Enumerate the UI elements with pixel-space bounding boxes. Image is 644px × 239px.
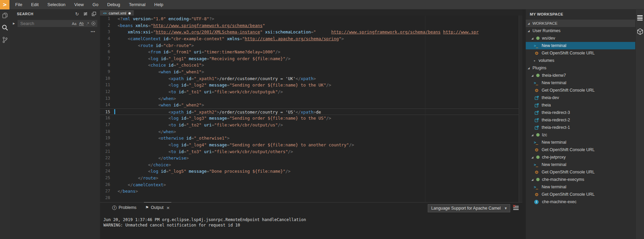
line-number: 17 bbox=[100, 122, 114, 128]
tree-item-get-openshift-console-url[interactable]: ⚙Get OpenShift Console URL bbox=[526, 168, 635, 176]
clear-output-icon[interactable]: × bbox=[513, 206, 519, 211]
whole-word-icon[interactable]: Ab bbox=[79, 21, 83, 26]
code-line-4[interactable]: 4 <camelContext id="cbr-example-context"… bbox=[100, 35, 522, 42]
refresh-icon[interactable]: ↻ bbox=[74, 11, 80, 17]
code-line-21[interactable]: 21 <to id="_to3" uri="file:work/cbr/outp… bbox=[100, 148, 522, 155]
menu-file[interactable]: File bbox=[11, 2, 27, 7]
code-line-17[interactable]: 17 <to id="_to2" uri="file:work/cbr/outp… bbox=[100, 122, 522, 128]
tree-item-lzc[interactable]: ◢lzc bbox=[526, 131, 635, 139]
tree-item-theia-redirect-2[interactable]: theia-redirect-2 bbox=[526, 116, 635, 124]
code-line-14[interactable]: 14 <when id="_when2"> bbox=[100, 102, 522, 109]
tree-item-theia-idenw7[interactable]: ◢theia-idenw7 bbox=[526, 72, 635, 79]
regex-icon[interactable]: .* bbox=[86, 22, 89, 26]
code-line-23[interactable]: 23 </choice> bbox=[100, 162, 522, 168]
tree-item-new-terminal[interactable]: >_New terminal bbox=[526, 183, 635, 191]
code-text: <when id="_when2"> bbox=[116, 102, 204, 109]
code-line-9[interactable]: 9 <when id="_when1"> bbox=[100, 69, 522, 75]
menu-edit[interactable]: Edit bbox=[27, 2, 43, 7]
code-editor[interactable]: 1<?xml version="1.0" encoding="UTF-8"?>2… bbox=[100, 16, 522, 202]
code-line-20[interactable]: 20 <log id="_log4" message="Sending orde… bbox=[100, 142, 522, 148]
chevron-expanded-icon[interactable]: ◢ bbox=[531, 37, 534, 40]
menu-terminal[interactable]: Terminal bbox=[124, 2, 150, 7]
code-line-7[interactable]: 7 <log id="_log1" message="Receiving ord… bbox=[100, 55, 522, 62]
tree-item-new-terminal[interactable]: >_New terminal bbox=[526, 79, 635, 87]
chevron-expanded-icon[interactable]: ◢ bbox=[531, 156, 534, 159]
plugins-cube-icon[interactable] bbox=[636, 26, 644, 37]
code-line-15[interactable]: 15 <xpath id="_xpath2">/order/customer/c… bbox=[100, 109, 522, 115]
code-line-6[interactable]: 6 <from id="_from1" uri="timer:timerName… bbox=[100, 49, 522, 55]
code-line-27[interactable]: 27</beans> bbox=[100, 188, 522, 195]
code-line-25[interactable]: 25 </route> bbox=[100, 175, 522, 182]
workspace-list-icon[interactable] bbox=[636, 13, 644, 23]
eye-icon[interactable] bbox=[92, 22, 95, 25]
tree-item-theia-redirect-3[interactable]: theia-redirect-3 bbox=[526, 109, 635, 116]
code-line-24[interactable]: 24 <log id="_log5" message="Done process… bbox=[100, 168, 522, 175]
code-line-22[interactable]: 22 </otherwise> bbox=[100, 155, 522, 162]
search-icon[interactable] bbox=[0, 22, 10, 34]
code-line-2[interactable]: 2<beans xmlns="http://www.springframewor… bbox=[100, 22, 522, 29]
tree-item-plugins[interactable]: ◢Plugins bbox=[526, 64, 635, 72]
chevron-expanded-icon[interactable]: ◢ bbox=[527, 22, 530, 25]
code-line-18[interactable]: 18 </when> bbox=[100, 128, 522, 135]
chevron-expanded-icon[interactable]: ◢ bbox=[531, 178, 534, 181]
code-line-11[interactable]: 11 <log id="_log2" message="Sending orde… bbox=[100, 82, 522, 89]
tree-item-get-openshift-console-url[interactable]: ⚙Get OpenShift Console URL bbox=[526, 146, 635, 153]
code-line-3[interactable]: 3 xmlns:xsi="http://www.w3.org/2001/XMLS… bbox=[100, 29, 522, 35]
tree-item-user-runtimes[interactable]: ◢User Runtimes bbox=[526, 27, 635, 34]
tree-item-che-machine-exec[interactable]: iche-machine-exec bbox=[526, 198, 635, 206]
tree-item-theia-redirect-1[interactable]: theia-redirect-1 bbox=[526, 124, 635, 131]
gutter bbox=[114, 155, 116, 162]
search-input[interactable]: Search Aa Ab .* bbox=[18, 20, 97, 27]
code-line-19[interactable]: 19 <otherwise id="_otherwise1"> bbox=[100, 135, 522, 142]
tree-item-new-terminal[interactable]: >_New terminal bbox=[526, 161, 635, 168]
panel-tab-output[interactable]: ⚑Output× bbox=[145, 202, 170, 213]
menu-debug[interactable]: Debug bbox=[103, 2, 124, 7]
line-number: 28 bbox=[100, 195, 114, 201]
running-status-dot bbox=[536, 37, 540, 40]
tree-item-new-terminal[interactable]: >_New terminal bbox=[526, 139, 635, 146]
code-line-16[interactable]: 16 <log id="_log3" message="Sending orde… bbox=[100, 115, 522, 122]
expand-replace-icon[interactable]: ▶ bbox=[10, 22, 18, 25]
close-icon[interactable]: × bbox=[166, 205, 170, 210]
tree-item-workspace[interactable]: ◢WORKSPACE bbox=[526, 20, 635, 27]
menu-view[interactable]: View bbox=[70, 2, 88, 7]
collapse-all-icon[interactable] bbox=[91, 11, 97, 17]
tree-item-che-jwtproxy[interactable]: ◢che-jwtproxy bbox=[526, 153, 635, 161]
tree-item-new-terminal[interactable]: >_New terminal bbox=[526, 42, 635, 49]
line-number: 8 bbox=[100, 62, 114, 69]
chevron-expanded-icon[interactable]: ◢ bbox=[531, 74, 534, 77]
code-text: </otherwise> bbox=[116, 155, 189, 162]
tree-item-get-openshift-console-url[interactable]: ⚙Get OpenShift Console URL bbox=[526, 49, 635, 57]
tree-item-get-openshift-console-url[interactable]: ⚙Get OpenShift Console URL bbox=[526, 191, 635, 198]
panel-tab-problems[interactable]: !Problems bbox=[112, 202, 137, 213]
code-line-26[interactable]: 26 </camelContext> bbox=[100, 182, 522, 188]
code-line-5[interactable]: 5 <route id="cbr-route"> bbox=[100, 42, 522, 49]
tree-item-ws-dev[interactable]: ◢ws/dev bbox=[526, 34, 635, 42]
code-line-10[interactable]: 10 <xpath id="_xpath1">/order/customer/c… bbox=[100, 75, 522, 82]
code-line-13[interactable]: 13 </when> bbox=[100, 95, 522, 102]
chevron-right-icon[interactable]: ▸ bbox=[533, 59, 536, 62]
code-line-12[interactable]: 12 <to id="_to1" uri="file:work/cbr/outp… bbox=[100, 89, 522, 95]
tree-item-che-machine-execyms[interactable]: ◢che-machine-execyms bbox=[526, 176, 635, 183]
tree-item-theia-dev[interactable]: theia-dev bbox=[526, 94, 635, 101]
code-line-1[interactable]: 1<?xml version="1.0" encoding="UTF-8"?> bbox=[100, 16, 522, 22]
chevron-expanded-icon[interactable]: ◢ bbox=[527, 29, 530, 32]
explorer-icon[interactable] bbox=[0, 9, 10, 22]
editor-scrollbar[interactable] bbox=[519, 16, 522, 202]
source-control-icon[interactable] bbox=[0, 34, 10, 46]
search-details-ellipsis[interactable]: ••• bbox=[91, 30, 95, 33]
code-line-8[interactable]: 8 <choice id="_choice1"> bbox=[100, 62, 522, 69]
menu-selection[interactable]: Selection bbox=[43, 2, 70, 7]
menu-go[interactable]: Go bbox=[88, 2, 103, 7]
menu-help[interactable]: Help bbox=[150, 2, 168, 7]
match-case-icon[interactable]: Aa bbox=[72, 22, 76, 26]
tree-item-volumes[interactable]: ▸volumes bbox=[526, 57, 635, 64]
che-logo[interactable]: > bbox=[0, 0, 9, 9]
output-channel-select[interactable]: Language Support for Apache Camel ▼ bbox=[428, 204, 510, 212]
chevron-expanded-icon[interactable]: ◢ bbox=[527, 67, 530, 70]
tree-item-get-openshift-console-url[interactable]: ⚙Get OpenShift Console URL bbox=[526, 87, 635, 94]
chevron-expanded-icon[interactable]: ◢ bbox=[531, 134, 534, 137]
code-line-28[interactable]: 28 bbox=[100, 195, 522, 201]
clear-search-results-icon[interactable] bbox=[83, 11, 88, 17]
tree-item-theia[interactable]: theia bbox=[526, 101, 635, 109]
